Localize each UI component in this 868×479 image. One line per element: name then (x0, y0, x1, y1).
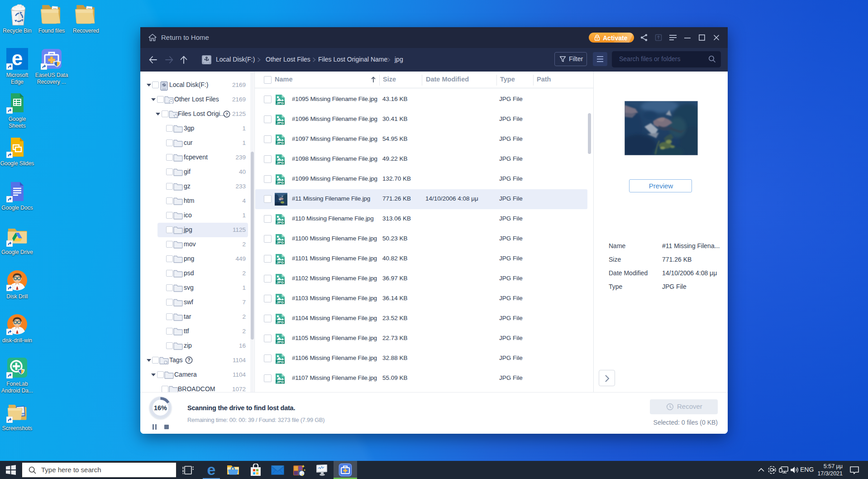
svg-text:16%: 16% (154, 404, 167, 412)
svg-text:JPG: JPG (277, 320, 284, 324)
svg-text:JPG: JPG (277, 101, 284, 105)
svg-text:JPG: JPG (277, 380, 284, 384)
svg-text:JPG: JPG (277, 141, 284, 145)
svg-text:JPG: JPG (277, 300, 284, 304)
svg-text:JPG: JPG (277, 121, 284, 125)
svg-text:e: e (207, 463, 216, 477)
svg-text:?: ? (225, 111, 228, 116)
svg-text:JPG: JPG (277, 360, 284, 364)
svg-text:JPG: JPG (277, 181, 284, 185)
svg-text:e: e (12, 48, 23, 69)
svg-text:JPG: JPG (277, 240, 284, 244)
svg-text:JPG: JPG (277, 280, 284, 284)
svg-text:JPG: JPG (277, 161, 284, 165)
svg-text:JPG: JPG (277, 260, 284, 264)
svg-text:?: ? (187, 357, 190, 363)
svg-text:JPG: JPG (277, 340, 284, 344)
svg-text:JPG: JPG (277, 220, 284, 225)
